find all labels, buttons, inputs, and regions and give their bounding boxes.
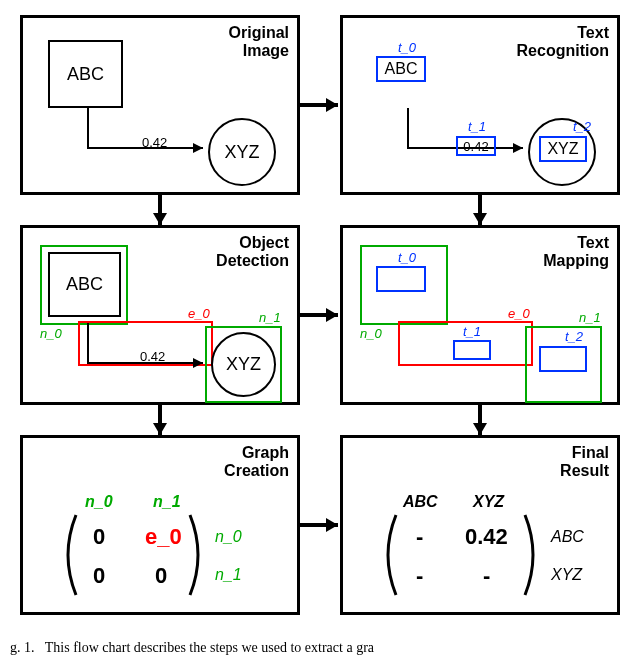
edge-arrow-3	[83, 318, 223, 378]
mat-1-1: 0	[155, 563, 167, 589]
t2-text: XYZ	[547, 140, 578, 158]
node-square-abc: ABC	[48, 40, 123, 108]
t1-box: 0.42	[456, 136, 496, 156]
t0-label-2: t_0	[398, 250, 416, 265]
panel-final-result: Final Result ABC XYZ - 0.42 - - ABC XYZ	[340, 435, 620, 615]
mat-col-0: n_0	[85, 493, 113, 511]
caption-text: This flow chart describes the steps we u…	[45, 640, 374, 655]
t0-box: ABC	[376, 56, 426, 82]
panel-original-image: Original Image ABC 0.42 XYZ	[20, 15, 300, 195]
matrix-parens	[58, 513, 208, 598]
n1-label-2: n_1	[579, 310, 601, 325]
t2-label: t_2	[573, 119, 591, 134]
res-0-0: -	[416, 524, 423, 550]
mat-1-0: 0	[93, 563, 105, 589]
xyz-text-3: XYZ	[226, 354, 261, 375]
n0-label: n_0	[40, 326, 62, 341]
panel-title: Object Detection	[216, 234, 289, 270]
title-line-2: Mapping	[543, 252, 609, 269]
abc-text: ABC	[67, 64, 104, 85]
result-parens	[378, 513, 543, 598]
mat-0-0: 0	[93, 524, 105, 550]
res-col-1: XYZ	[473, 493, 504, 511]
t1-text: 0.42	[463, 139, 488, 154]
diagram-canvas: Original Image ABC 0.42 XYZ Text Recogni…	[0, 0, 640, 660]
edge-weight-text-3: 0.42	[140, 349, 165, 364]
panel-object-detection: Object Detection n_0 ABC e_0 0.42 n_1 XY…	[20, 225, 300, 405]
title-line-1: Object	[239, 234, 289, 251]
node-square-abc-3: ABC	[48, 252, 121, 317]
t0-label: t_0	[398, 40, 416, 55]
panel-title: Text Mapping	[543, 234, 609, 270]
xyz-text: XYZ	[224, 142, 259, 163]
e0-label-2: e_0	[508, 306, 530, 321]
mat-row-0: n_0	[215, 528, 242, 546]
panel-graph-creation: Graph Creation n_0 n_1 0 e_0 0 0 n_0 n_1	[20, 435, 300, 615]
node-circle-xyz-3: XYZ	[211, 332, 276, 397]
t2-box: XYZ	[539, 136, 587, 162]
t1-label: t_1	[468, 119, 486, 134]
panel-title: Original Image	[229, 24, 289, 60]
mat-row-1: n_1	[215, 566, 242, 584]
title-line-2: Result	[560, 462, 609, 479]
t2-label-2: t_2	[565, 329, 583, 344]
edge-weight-text: 0.42	[142, 135, 167, 150]
title-line-1: Original	[229, 24, 289, 41]
n1-label: n_1	[259, 310, 281, 325]
edge-arrow	[83, 103, 223, 163]
res-1-0: -	[416, 563, 423, 589]
res-row-0: ABC	[551, 528, 584, 546]
title-line-1: Graph	[242, 444, 289, 461]
mat-0-1: e_0	[145, 524, 182, 550]
panel-text-mapping: Text Mapping n_0 t_0 e_0 t_1 n_1 t_2	[340, 225, 620, 405]
panel-title: Graph Creation	[224, 444, 289, 480]
t2-box-2	[539, 346, 587, 372]
title-line-2: Recognition	[517, 42, 609, 59]
res-0-1: 0.42	[465, 524, 508, 550]
t0-text: ABC	[385, 60, 418, 78]
title-line-1: Final	[572, 444, 609, 461]
t0-box-2	[376, 266, 426, 292]
t1-box-2	[453, 340, 491, 360]
figure-caption: g. 1. This flow chart describes the step…	[10, 640, 630, 656]
t1-label-2: t_1	[463, 324, 481, 339]
title-line-2: Detection	[216, 252, 289, 269]
node-circle-xyz: XYZ	[208, 118, 276, 186]
title-line-1: Text	[577, 24, 609, 41]
panel-title: Text Recognition	[517, 24, 609, 60]
mat-col-1: n_1	[153, 493, 181, 511]
caption-prefix: g. 1.	[10, 640, 35, 655]
res-1-1: -	[483, 563, 490, 589]
res-col-0: ABC	[403, 493, 438, 511]
title-line-2: Image	[243, 42, 289, 59]
title-line-1: Text	[577, 234, 609, 251]
res-row-1: XYZ	[551, 566, 582, 584]
abc-text-3: ABC	[66, 274, 103, 295]
title-line-2: Creation	[224, 462, 289, 479]
n0-label-2: n_0	[360, 326, 382, 341]
panel-title: Final Result	[560, 444, 609, 480]
panel-text-recognition: Text Recognition t_0 ABC t_1 0.42 t_2 XY…	[340, 15, 620, 195]
